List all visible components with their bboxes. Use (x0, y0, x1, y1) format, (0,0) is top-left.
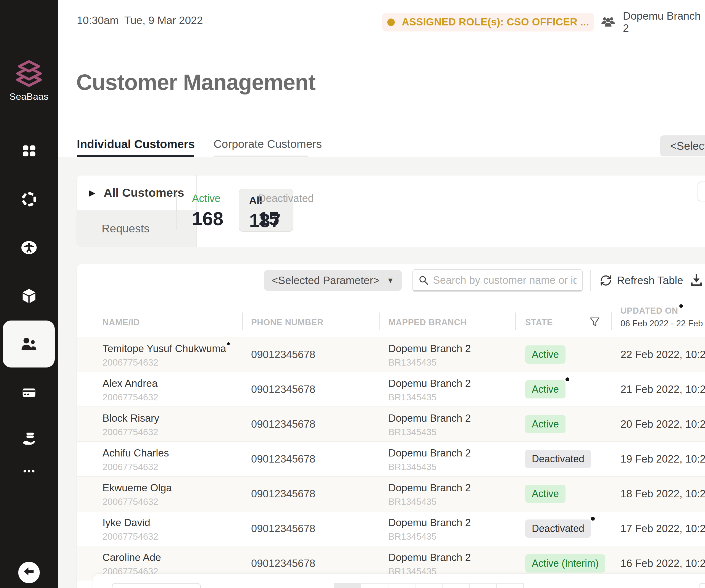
nav-requests[interactable]: Requests (77, 210, 196, 247)
header-phone-number: PHONE NUMBER (242, 310, 379, 337)
stat-active-value: 168 (192, 208, 223, 229)
sidebar-item-accessibility[interactable] (0, 239, 58, 256)
mapped-branch: Dopemu Branch 2 (388, 447, 515, 459)
header-name-id: NAME/ID (77, 310, 242, 337)
stat-divider (176, 194, 177, 230)
sidebar-item-cards[interactable] (0, 385, 58, 401)
cash-hand-icon (21, 431, 37, 447)
branch-code: BR1345435 (388, 357, 515, 368)
chevron-down-icon: ▼ (387, 276, 394, 285)
sidebar-item-transactions[interactable] (0, 191, 58, 207)
table-row[interactable]: Block Risary 20067754632 09012345678 Dop… (77, 406, 705, 441)
download-button[interactable] (690, 273, 703, 288)
sidebar-item-customers[interactable] (3, 320, 55, 367)
table-row[interactable]: Alex Andrea 20067754632 09012345678 Dope… (77, 372, 705, 406)
search-box (413, 269, 582, 291)
customer-id: 20067754632 (102, 427, 242, 438)
pagination-page-cell[interactable] (496, 583, 524, 588)
phone-number: 09012345678 (242, 442, 379, 476)
customers-summary-panel: ▶ All Customers Requests All 187 Active … (77, 175, 705, 247)
divider (591, 270, 591, 291)
branch-code: BR1345435 (388, 531, 515, 542)
pagination-page-cell[interactable] (442, 583, 470, 588)
state-text: Active (532, 383, 559, 395)
stat-active[interactable]: Active 168 (192, 193, 223, 229)
pagination-page-cell[interactable] (388, 583, 416, 588)
accessibility-icon (21, 239, 37, 256)
pagination-page-cell[interactable] (469, 583, 497, 588)
customer-id: 20067754632 (102, 462, 242, 472)
assigned-role-badge: ASSIGNED ROLE(s): CSO OFFICER ... (382, 13, 594, 32)
collapse-sidebar-button[interactable] (18, 562, 40, 583)
selected-parameter-top-button[interactable]: <Selecte (660, 135, 705, 156)
customer-id: 20067754632 (102, 497, 242, 507)
customer-id: 20067754632 (102, 357, 242, 368)
play-triangle-icon: ▶ (89, 188, 95, 197)
customers-users-icon (19, 334, 38, 354)
updated-on: 20 Feb 2022, 10:22 (611, 407, 705, 441)
add-customer-button-clipped[interactable]: A (698, 182, 705, 201)
pagination-bar (93, 574, 705, 588)
state-badge: Active (525, 346, 565, 364)
mapped-branch: Dopemu Branch 2 (388, 552, 515, 563)
state-text: Active (Interim) (532, 557, 599, 569)
pagination-next-button[interactable] (699, 583, 705, 588)
back-arrow-icon (22, 566, 36, 580)
updated-on: 22 Feb 2022, 10:22 (611, 337, 705, 372)
brand-name: SeaBaas (0, 91, 58, 102)
table-row[interactable]: Iyke David 20067754632 09012345678 Dopem… (77, 511, 705, 546)
time-label: 10:30am (77, 14, 119, 27)
selected-parameter-label: <Selected Parameter> (272, 274, 380, 286)
pagination-page-cell[interactable] (361, 583, 388, 588)
nav-all-customers[interactable]: ▶ All Customers (77, 176, 196, 210)
card-icon (21, 385, 37, 401)
table-row[interactable]: Temitope Yusuf Chukwuma 20067754632 0901… (77, 337, 705, 372)
updated-on-label: UPDATED ON (620, 306, 678, 316)
stat-deactivated[interactable]: Deactivated 15 (258, 193, 314, 229)
sidebar-item-products[interactable] (0, 288, 58, 304)
refresh-table-button[interactable]: Refresh Table (600, 271, 683, 290)
customer-name: Iyke David (102, 517, 150, 528)
refresh-table-label: Refresh Table (617, 274, 683, 286)
assigned-role-text: ASSIGNED ROLE(s): CSO OFFICER ... (402, 16, 589, 28)
screen: SeaBaas (0, 0, 705, 588)
table-row[interactable]: Ekwueme Olga 20067754632 09012345678 Dop… (77, 476, 705, 511)
mapped-branch: Dopemu Branch 2 (388, 378, 515, 389)
state-badge: Deactivated (525, 450, 591, 468)
state-badge: Active (525, 380, 565, 399)
seabaas-logo-icon (15, 58, 43, 87)
state-notification-dot (591, 517, 595, 521)
branch-code: BR1345435 (388, 392, 515, 403)
selected-parameter-dropdown[interactable]: <Selected Parameter> ▼ (264, 270, 402, 291)
tab-individual-customers[interactable]: Individual Customers (77, 138, 195, 151)
mapped-branch: Dopemu Branch 2 (388, 412, 515, 424)
pagination-page-cell[interactable] (334, 583, 361, 588)
branch-selector[interactable]: Dopemu Branch 2 (600, 12, 705, 32)
pagination-previous-button[interactable] (112, 583, 201, 588)
stat-deactivated-label: Deactivated (258, 193, 314, 205)
state-text: Active (532, 349, 559, 360)
state-text: Active (532, 488, 559, 499)
search-icon (419, 275, 428, 286)
tab-corporate-customers[interactable]: Corporate Customers (214, 138, 322, 150)
refresh-icon (600, 274, 612, 286)
sidebar-item-dashboard[interactable] (0, 143, 58, 159)
sidebar-item-loans[interactable] (0, 431, 58, 447)
header-mapped-branch: MAPPED BRANCH (379, 310, 515, 337)
mapped-branch: Dopemu Branch 2 (388, 482, 515, 494)
customer-name: Ekwueme Olga (102, 482, 172, 494)
table-row[interactable]: Achifu Charles 20067754632 09012345678 D… (77, 441, 705, 476)
cube-icon (21, 288, 37, 304)
pagination-pages (334, 583, 524, 588)
updated-on: 21 Feb 2022, 10:22 (611, 372, 705, 406)
phone-number: 09012345678 (242, 511, 379, 546)
mapped-branch: Dopemu Branch 2 (388, 343, 515, 355)
customer-name: Temitope Yusuf Chukwuma (102, 343, 226, 354)
search-input[interactable] (433, 274, 576, 286)
stat-active-label: Active (192, 193, 223, 205)
customer-name: Caroline Ade (102, 552, 161, 563)
filter-funnel-icon[interactable] (589, 316, 601, 337)
mapped-branch: Dopemu Branch 2 (388, 517, 515, 529)
sidebar-item-more[interactable] (0, 463, 58, 479)
pagination-page-cell[interactable] (415, 583, 442, 588)
